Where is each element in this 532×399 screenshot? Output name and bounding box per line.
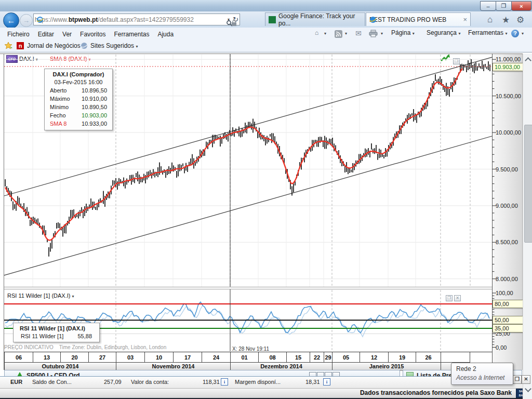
- price-tooltip-row: SMA 810.933,00: [45, 119, 112, 128]
- balance-label: Saldo de Con...: [32, 379, 72, 385]
- price-axis-label: 10.000,00: [496, 129, 521, 136]
- forward-button[interactable]: →: [20, 14, 33, 27]
- menu-favoritos[interactable]: Favoritos: [76, 29, 110, 40]
- scroll-up-button[interactable]: [523, 55, 532, 64]
- price-tooltip-rows: Aberto10.896,50Máximo10.910,00Mínimo10.8…: [45, 86, 112, 130]
- rsi-panel-close-icon[interactable]: ✕: [454, 295, 461, 301]
- margin-value: 18,31: [305, 379, 320, 385]
- info-icon[interactable]: i: [221, 378, 228, 385]
- network-status: Acesso à Internet: [456, 374, 504, 381]
- page-menu-label: Página: [391, 29, 410, 36]
- menu-ajuda[interactable]: Ajuda: [153, 29, 178, 40]
- day-cell: 29: [324, 352, 332, 363]
- month-band: Novembro 2014: [116, 363, 230, 370]
- rss-caret-icon[interactable]: ▾: [345, 31, 347, 36]
- tooltip-row-label: SMA 8: [50, 119, 66, 128]
- price-tooltip-row: Mínimo10.890,50: [45, 103, 112, 111]
- favorite-jornal-negocios[interactable]: Jornal de Negócios: [27, 42, 81, 49]
- command-home-icon[interactable]: ⌂: [315, 29, 318, 36]
- window-titlebar: [0, 0, 532, 12]
- price-axis-label: 10.500,00: [496, 93, 521, 99]
- chevron-up-icon: [525, 57, 531, 64]
- menu-items: FicheiroEditarVerFavoritosFerramentasAju…: [3, 29, 178, 40]
- menu-ficheiro[interactable]: Ficheiro: [3, 29, 34, 40]
- price-axis-label: 8.500,00: [496, 239, 518, 245]
- day-cell: 27: [88, 352, 116, 363]
- rsi-indicator-selector[interactable]: RSI 11 Wilder [1] (DAX.I) ▾: [7, 292, 74, 299]
- date-axis: 06132027Outubro 201403101724Novembro 201…: [4, 352, 492, 370]
- tooltip-row-value: 10.933,00: [82, 119, 107, 128]
- window-tool-icon[interactable]: [332, 372, 340, 376]
- command-home-caret-icon[interactable]: ▾: [324, 31, 326, 36]
- page-menu-button[interactable]: Página ▾: [391, 29, 415, 36]
- tab-best-trading-pro-web[interactable]: BEST TRADING PRO WEB ×: [366, 12, 471, 26]
- day-cell: 19: [388, 352, 416, 363]
- menu-ferramentas[interactable]: Ferramentas: [110, 29, 153, 40]
- tab-close-icon[interactable]: ×: [460, 16, 467, 23]
- buy-triangle-icon: [17, 372, 22, 376]
- url-domain: btpweb.pt: [69, 16, 98, 23]
- window-maximize-button[interactable]: ❐: [496, 1, 512, 11]
- background-window-close-icon[interactable]: ✕: [522, 375, 530, 384]
- window-tool-icon[interactable]: [317, 372, 324, 376]
- day-cell: 17: [173, 352, 202, 363]
- tooltip-row-value: 10.910,00: [82, 95, 107, 103]
- minimize-icon: –: [486, 3, 489, 9]
- account-value: 118,31: [203, 379, 220, 385]
- forward-arrow-icon: →: [23, 17, 30, 24]
- menu-ver[interactable]: Ver: [58, 29, 76, 40]
- menu-editar[interactable]: Editar: [34, 29, 58, 40]
- tab-label: Google Finance: Track your po...: [278, 12, 362, 27]
- favorites-star-icon[interactable]: ★: [502, 15, 510, 25]
- month-band: Dezembro 2014: [230, 363, 332, 370]
- settings-gear-icon[interactable]: ⚙: [516, 15, 524, 25]
- rsi-axis-label: 100,00: [496, 290, 513, 296]
- rsi-level-badge: 50,00: [493, 316, 523, 324]
- info-icon[interactable]: i: [323, 378, 330, 385]
- back-arrow-icon: ←: [7, 16, 16, 25]
- tooltip-row-value: 10.890,50: [82, 103, 107, 111]
- day-cell: 10: [144, 352, 173, 363]
- month-band: Outubro 2014: [4, 363, 116, 370]
- day-cell: 12: [360, 352, 388, 363]
- window-tool-icon[interactable]: [309, 372, 316, 376]
- watchlist-icon: [406, 372, 414, 376]
- account-value-label: Valor da conta:: [131, 379, 169, 385]
- price-tooltip-datetime: 03-Fev-2015 16:00: [45, 78, 112, 86]
- back-button[interactable]: ←: [3, 12, 19, 29]
- background-window-title: SP500.I - CFD Ord...: [26, 372, 85, 376]
- ie-logo-icon: [36, 16, 44, 23]
- window-minimize-button[interactable]: –: [480, 1, 496, 11]
- rsi-panel-restore-icon[interactable]: ❐: [446, 295, 453, 301]
- address-bar[interactable]: https://www.btpweb.pt/default.aspx?ast=1…: [33, 14, 240, 25]
- print-caret-icon[interactable]: ▾: [381, 31, 383, 36]
- day-cell: 26: [416, 352, 441, 363]
- read-mail-icon[interactable]: ✉: [355, 29, 362, 37]
- margin-label: Margem disponí...: [235, 379, 281, 385]
- timezone-note: Time Zone: Dublin, Edinburgh, Lisbon, Lo…: [59, 344, 166, 350]
- chevron-down-icon: [525, 385, 531, 392]
- price-tooltip-row: Aberto10.896,50: [45, 86, 112, 95]
- maximize-icon: ❐: [501, 3, 507, 9]
- home-icon[interactable]: ⌂: [487, 15, 493, 25]
- background-window-sp500[interactable]: SP500.I - CFD Ord...: [4, 370, 400, 376]
- tools-menu-button[interactable]: Ferramentas ▾: [468, 29, 507, 36]
- page-caret-icon: ▾: [413, 31, 415, 36]
- help-caret-icon[interactable]: ▾: [522, 31, 524, 36]
- help-icon[interactable]: ?: [511, 30, 519, 37]
- price-tooltip-title: DAX.I (Comprador): [45, 69, 112, 78]
- price-axis-label: 8.000,00: [496, 276, 518, 282]
- day-cell: 05: [332, 352, 360, 363]
- window-close-button[interactable]: ×: [511, 1, 531, 11]
- price-axis-label: 9.500,00: [496, 166, 518, 172]
- saxo-disclaimer-text: Dados transaccionados fornecidos pela Sa…: [360, 389, 512, 396]
- window-tool-icon[interactable]: [325, 372, 332, 376]
- page-scrollbar[interactable]: [523, 54, 532, 399]
- favorite-sites-sugeridos[interactable]: Sites Sugeridos ▾: [90, 42, 138, 49]
- security-menu-button[interactable]: Segurança ▾: [427, 29, 460, 36]
- background-window-restore-icon[interactable]: ❐: [513, 375, 522, 384]
- tab-google-finance[interactable]: Google Finance: Track your po...: [265, 12, 365, 26]
- scrollbar-thumb[interactable]: [524, 125, 532, 243]
- scroll-down-button[interactable]: [523, 385, 532, 394]
- day-cell: 06: [4, 352, 33, 363]
